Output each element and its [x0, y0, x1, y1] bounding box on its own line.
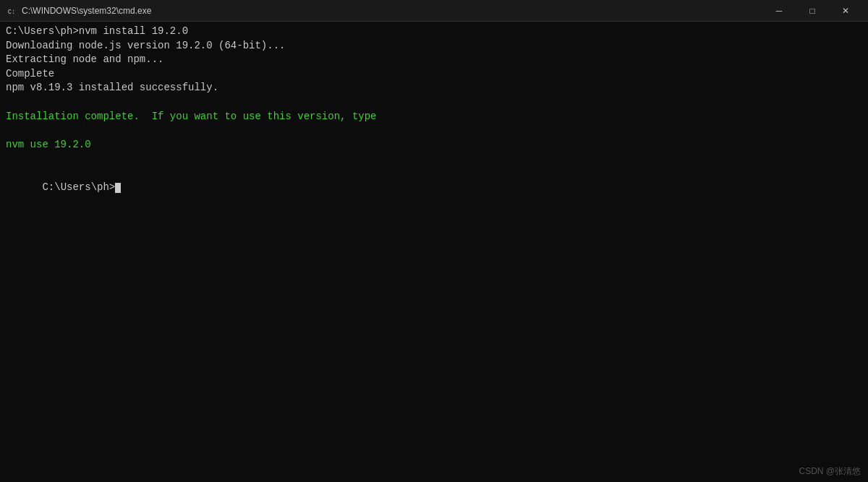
minimize-button[interactable]: ─	[762, 0, 796, 22]
window-title: C:\WINDOWS\system32\cmd.exe	[22, 6, 762, 16]
terminal-line: npm v8.19.3 installed successfully.	[6, 81, 862, 95]
prompt-text: C:\Users\ph>	[42, 181, 115, 193]
cmd-icon: C:	[6, 5, 17, 17]
terminal-line: C:\Users\ph>nvm install 19.2.0	[6, 25, 862, 39]
cmd-window: C: C:\WINDOWS\system32\cmd.exe ─ □ ✕ C:\…	[0, 0, 868, 482]
terminal-line: Installation complete. If you want to us…	[6, 110, 862, 124]
terminal-prompt-line: C:\Users\ph>	[6, 166, 862, 209]
terminal-line: Complete	[6, 67, 862, 82]
terminal-body[interactable]: C:\Users\ph>nvm install 19.2.0 Downloadi…	[0, 22, 868, 482]
titlebar: C: C:\WINDOWS\system32\cmd.exe ─ □ ✕	[0, 0, 868, 22]
svg-text:C:: C:	[8, 8, 16, 15]
terminal-line-empty	[6, 152, 862, 166]
terminal-line: Downloading node.js version 19.2.0 (64-b…	[6, 39, 862, 53]
terminal-line-empty	[6, 124, 862, 138]
terminal-line: nvm use 19.2.0	[6, 138, 862, 152]
terminal-line-empty	[6, 95, 862, 110]
maximize-button[interactable]: □	[796, 0, 829, 22]
watermark: CSDN @张清悠	[799, 465, 861, 478]
window-controls: ─ □ ✕	[762, 0, 862, 22]
cursor	[115, 183, 121, 193]
terminal-line: Extracting node and npm...	[6, 53, 862, 67]
close-button[interactable]: ✕	[829, 0, 862, 22]
